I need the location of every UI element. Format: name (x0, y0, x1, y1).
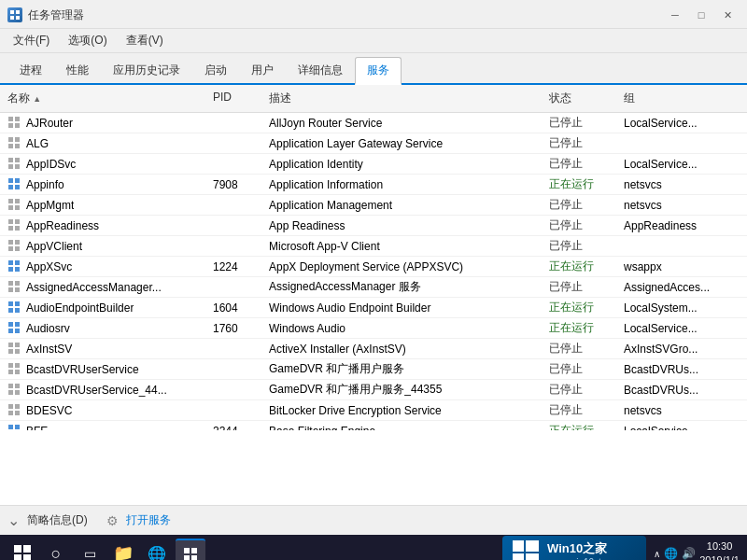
svg-rect-12 (8, 158, 13, 162)
service-group: netsvcs (616, 402, 728, 419)
table-row[interactable]: AppIDSvc Application Identity 已停止 LocalS… (0, 154, 747, 175)
task-manager-button[interactable] (176, 539, 205, 560)
service-status: 已停止 (542, 216, 616, 235)
table-row[interactable]: BcastDVRUserService GameDVR 和广播用户服务 已停止 … (0, 359, 747, 380)
menu-file[interactable]: 文件(F) (7, 31, 55, 50)
table-row[interactable]: Audiosrv 1760 Windows Audio 正在运行 LocalSe… (0, 318, 747, 339)
col-header-status[interactable]: 状态 (542, 89, 616, 108)
service-group: netsvcs (616, 176, 728, 193)
col-header-desc[interactable]: 描述 (261, 89, 542, 108)
service-name: BcastDVRUserService_44... (0, 381, 205, 399)
service-group: AssignedAcces... (616, 279, 728, 296)
search-button[interactable]: ○ (41, 539, 71, 560)
browser-button[interactable]: 🌐 (142, 539, 172, 560)
table-body[interactable]: AJRouter AllJoyn Router Service 已停止 Loca… (0, 113, 747, 430)
service-name: Appinfo (0, 175, 205, 194)
service-icon (7, 383, 22, 398)
tab-services[interactable]: 服务 (355, 57, 402, 85)
svg-rect-51 (15, 349, 20, 354)
svg-rect-18 (8, 185, 13, 189)
service-name: AJRouter (0, 114, 205, 133)
table-row[interactable]: AppReadiness App Readiness 已停止 AppReadin… (0, 216, 747, 236)
table-row[interactable]: AppVClient Microsoft App-V Client 已停止 (0, 236, 747, 257)
service-icon (7, 239, 22, 254)
svg-rect-11 (15, 144, 20, 148)
service-group: BcastDVRUs... (616, 361, 728, 378)
close-button[interactable]: ✕ (715, 6, 740, 24)
service-icon (7, 116, 22, 131)
svg-rect-23 (15, 205, 20, 210)
table-row[interactable]: BcastDVRUserService_44... GameDVR 和广播用户服… (0, 380, 747, 400)
tab-performance[interactable]: 性能 (54, 57, 101, 83)
col-header-pid[interactable]: PID (205, 89, 261, 108)
table-row[interactable]: Appinfo 7908 Application Information 正在运… (0, 175, 747, 195)
menu-bar: 文件(F) 选项(O) 查看(V) (0, 29, 747, 53)
table-row[interactable]: AssignedAccessManager... AssignedAccessM… (0, 277, 747, 298)
svg-rect-20 (8, 199, 13, 203)
service-group: AppReadiness (616, 217, 728, 234)
service-status: 正在运行 (542, 421, 616, 430)
tab-startup[interactable]: 启动 (192, 57, 239, 83)
svg-rect-17 (15, 178, 20, 183)
svg-rect-63 (15, 411, 20, 415)
service-icon (7, 301, 22, 315)
service-desc: Microsoft App-V Client (261, 238, 542, 255)
tab-users[interactable]: 用户 (239, 57, 286, 83)
clock[interactable]: 10:30 2019/1/1 (699, 539, 740, 560)
svg-rect-2 (10, 16, 14, 20)
start-button[interactable] (7, 539, 37, 560)
tab-details[interactable]: 详细信息 (286, 57, 355, 83)
title-bar: 任务管理器 ─ □ ✕ (0, 0, 747, 29)
service-name: ALG (0, 134, 205, 153)
service-icon (7, 177, 22, 192)
table-row[interactable]: AppXSvc 1224 AppX Deployment Service (AP… (0, 257, 747, 277)
svg-rect-55 (15, 370, 20, 374)
service-icon (7, 157, 22, 172)
svg-rect-46 (8, 329, 13, 333)
table-row[interactable]: AxInstSV ActiveX Installer (AxInstSV) 已停… (0, 339, 747, 359)
svg-rect-32 (8, 260, 13, 265)
open-services-link[interactable]: 打开服务 (126, 512, 171, 528)
service-pid (205, 347, 261, 351)
table-row[interactable]: ALG Application Layer Gateway Service 已停… (0, 133, 747, 154)
svg-rect-54 (8, 370, 13, 374)
table-row[interactable]: AppMgmt Application Management 已停止 netsv… (0, 195, 747, 216)
tray-chevron[interactable]: ∧ (654, 549, 660, 559)
menu-options[interactable]: 选项(O) (63, 31, 112, 50)
col-header-group[interactable]: 组 (616, 89, 728, 108)
services-table-container: 名称 ▲ PID 描述 状态 组 AJRouter AllJoyn (0, 85, 747, 505)
service-name: BDESVC (0, 401, 205, 420)
tab-processes[interactable]: 进程 (7, 57, 54, 83)
maximize-button[interactable]: □ (689, 6, 713, 24)
service-pid (205, 162, 261, 166)
minimize-button[interactable]: ─ (663, 6, 687, 24)
service-desc: Base Filtering Engine (261, 423, 542, 431)
task-view-button[interactable]: ▭ (75, 539, 105, 560)
service-status: 已停止 (542, 236, 616, 256)
service-status: 已停止 (542, 359, 616, 379)
table-row[interactable]: AudioEndpointBuilder 1604 Windows Audio … (0, 298, 747, 318)
tab-app-history[interactable]: 应用历史记录 (101, 57, 192, 83)
svg-rect-7 (15, 123, 20, 128)
service-status: 已停止 (542, 154, 616, 174)
table-row[interactable]: BDESVC BitLocker Drive Encryption Servic… (0, 400, 747, 421)
menu-view[interactable]: 查看(V) (120, 31, 169, 50)
service-group: AxInstSVGro... (616, 341, 728, 357)
summary-label[interactable]: 简略信息(D) (27, 512, 88, 528)
service-icon (7, 362, 22, 377)
service-status: 已停止 (542, 277, 616, 297)
service-pid (205, 203, 261, 207)
service-desc: AllJoyn Router Service (261, 115, 542, 132)
svg-rect-64 (8, 425, 13, 429)
service-group: BcastDVRUs... (616, 382, 728, 399)
service-group (616, 142, 728, 146)
file-explorer-button[interactable]: 📁 (108, 539, 138, 560)
table-row[interactable]: BFE 2244 Base Filtering Engine 正在运行 Loca… (0, 421, 747, 430)
table-row[interactable]: AJRouter AllJoyn Router Service 已停止 Loca… (0, 113, 747, 133)
svg-rect-47 (15, 329, 20, 333)
svg-rect-65 (15, 425, 20, 429)
svg-rect-30 (8, 246, 13, 251)
col-header-name[interactable]: 名称 ▲ (0, 89, 205, 108)
status-bar: ⌄ 简略信息(D) ⚙ 打开服务 (0, 505, 747, 535)
svg-rect-39 (15, 287, 20, 292)
